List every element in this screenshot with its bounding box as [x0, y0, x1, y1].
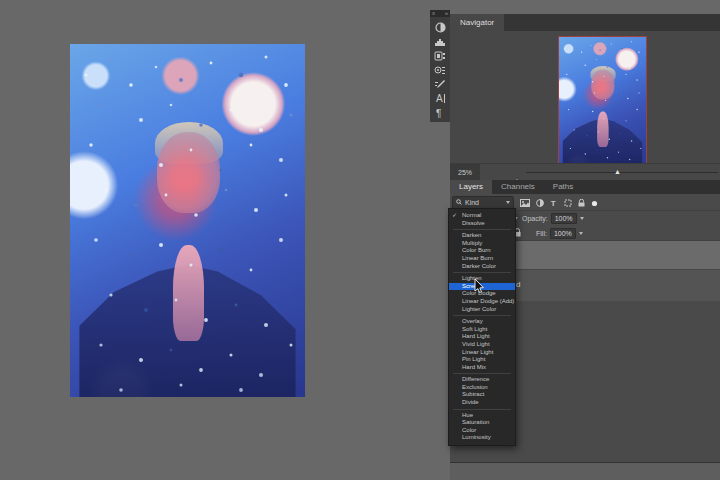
menu-separator — [453, 373, 511, 374]
blend-mode-option-color-burn[interactable]: Color Burn — [449, 247, 515, 255]
search-icon — [456, 199, 462, 206]
blend-mode-option-soft-light[interactable]: Soft Light — [449, 326, 515, 334]
svg-text:¶: ¶ — [436, 108, 441, 119]
close-icon[interactable]: x — [432, 10, 435, 17]
blend-mode-option-normal[interactable]: ✓Normal — [449, 212, 515, 220]
figure-face — [591, 70, 614, 100]
filter-kind-label: Kind — [465, 199, 479, 206]
navigator-body — [450, 31, 720, 163]
blend-mode-option-hue[interactable]: Hue — [449, 412, 515, 420]
filter-kind-combo[interactable]: Kind — [452, 196, 514, 209]
brush-settings-icon[interactable] — [434, 51, 446, 61]
menu-separator — [453, 315, 511, 316]
opacity-label: Opacity: — [522, 215, 548, 222]
blend-mode-option-subtract[interactable]: Subtract — [449, 391, 515, 399]
dock-icons: A ¶ — [430, 17, 450, 119]
menu-separator — [453, 272, 511, 273]
blend-mode-option-linear-burn[interactable]: Linear Burn — [449, 255, 515, 263]
opacity-chevron-icon[interactable] — [580, 217, 584, 220]
mouse-cursor-icon — [474, 279, 486, 299]
svg-text:A: A — [436, 93, 443, 104]
paragraph-panel-icon[interactable]: ¶ — [435, 108, 445, 119]
layer-name-fragment: d — [516, 280, 520, 289]
blend-mode-option-difference[interactable]: Difference — [449, 376, 515, 384]
chevron-down-icon — [506, 201, 510, 204]
tab-paths[interactable]: Paths — [544, 180, 582, 194]
panel-dock-strip: x » A ¶ — [430, 10, 450, 122]
check-icon: ✓ — [452, 212, 457, 220]
figure-praying-hands — [173, 245, 204, 340]
navigator-panel: Navigator 25% ▲ — [450, 14, 720, 180]
shape-filter-icon[interactable] — [564, 193, 572, 211]
tab-navigator[interactable]: Navigator — [450, 14, 504, 31]
navigator-tabbar: Navigator — [450, 14, 720, 31]
tab-layers[interactable]: Layers — [450, 180, 492, 194]
document-canvas-image — [70, 44, 305, 397]
layers-tabbar: Layers Channels Paths — [450, 180, 720, 194]
window-lower-strip — [450, 462, 720, 480]
clone-source-icon[interactable] — [434, 65, 446, 75]
blend-mode-option-lighter-color[interactable]: Lighter Color — [449, 306, 515, 314]
blend-mode-option-linear-light[interactable]: Linear Light — [449, 349, 515, 357]
dock-header: x » — [430, 10, 450, 17]
blend-mode-option-vivid-light[interactable]: Vivid Light — [449, 341, 515, 349]
blend-mode-option-multiply[interactable]: Multiply — [449, 240, 515, 248]
brush-tool-icon[interactable] — [434, 79, 446, 89]
fill-chevron-icon[interactable] — [579, 232, 583, 235]
menu-separator — [453, 229, 511, 230]
navigator-thumbnail-art — [559, 37, 646, 168]
photoshop-workspace: { "colors": { "canvas_bg": "#686868", "p… — [0, 0, 720, 480]
blend-mode-option-pin-light[interactable]: Pin Light — [449, 356, 515, 364]
expand-panels-icon[interactable]: » — [445, 10, 448, 17]
filter-type-icons: T — [520, 193, 598, 211]
blend-mode-option-darker-color[interactable]: Darker Color — [449, 263, 515, 271]
navigator-bottom-bar: 25% ▲ — [450, 163, 720, 181]
blend-mode-option-saturation[interactable]: Saturation — [449, 419, 515, 427]
fill-value[interactable]: 100% — [550, 228, 576, 239]
adjustment-filter-icon[interactable] — [536, 193, 544, 211]
tab-channels[interactable]: Channels — [492, 180, 544, 194]
opacity-value[interactable]: 100% — [551, 213, 577, 224]
blend-mode-option-divide[interactable]: Divide — [449, 399, 515, 407]
blend-mode-option-luminosity[interactable]: Luminosity — [449, 434, 515, 442]
blend-mode-option-darken[interactable]: Darken — [449, 232, 515, 240]
slider-thumb[interactable]: ▲ — [614, 168, 621, 175]
adjustments-icon[interactable] — [435, 22, 446, 33]
navigator-zoom-slider[interactable]: ▲ — [480, 164, 720, 181]
photo-artwork — [70, 44, 305, 397]
blend-mode-option-dissolve[interactable]: Dissolve — [449, 220, 515, 228]
blend-mode-option-hard-mix[interactable]: Hard Mix — [449, 364, 515, 372]
smart-object-filter-icon[interactable] — [578, 193, 585, 211]
raindrops-overlay — [70, 44, 72, 46]
figure-praying-hands — [597, 111, 608, 146]
blend-mode-option-hard-light[interactable]: Hard Light — [449, 333, 515, 341]
blend-mode-menu: ✓NormalDissolveDarkenMultiplyColor BurnL… — [448, 208, 516, 446]
figure-face — [157, 132, 220, 213]
menu-separator — [453, 409, 511, 410]
pixel-layer-filter-icon[interactable] — [520, 193, 530, 211]
blend-mode-option-color[interactable]: Color — [449, 427, 515, 435]
navigator-zoom-field[interactable]: 25% — [450, 164, 480, 181]
navigator-thumbnail[interactable] — [558, 36, 647, 168]
raindrops-overlay — [559, 37, 560, 38]
blend-mode-option-overlay[interactable]: Overlay — [449, 318, 515, 326]
slider-track[interactable] — [526, 172, 718, 173]
svg-text:T: T — [551, 199, 556, 207]
blend-mode-option-linear-dodge-add-[interactable]: Linear Dodge (Add) — [449, 298, 515, 306]
histogram-icon[interactable] — [434, 37, 446, 47]
filter-toggle-icon[interactable] — [591, 193, 598, 211]
fill-label: Fill: — [536, 230, 547, 237]
type-filter-icon[interactable]: T — [550, 193, 558, 211]
blend-mode-option-exclusion[interactable]: Exclusion — [449, 384, 515, 392]
character-panel-icon[interactable]: A — [435, 93, 446, 104]
